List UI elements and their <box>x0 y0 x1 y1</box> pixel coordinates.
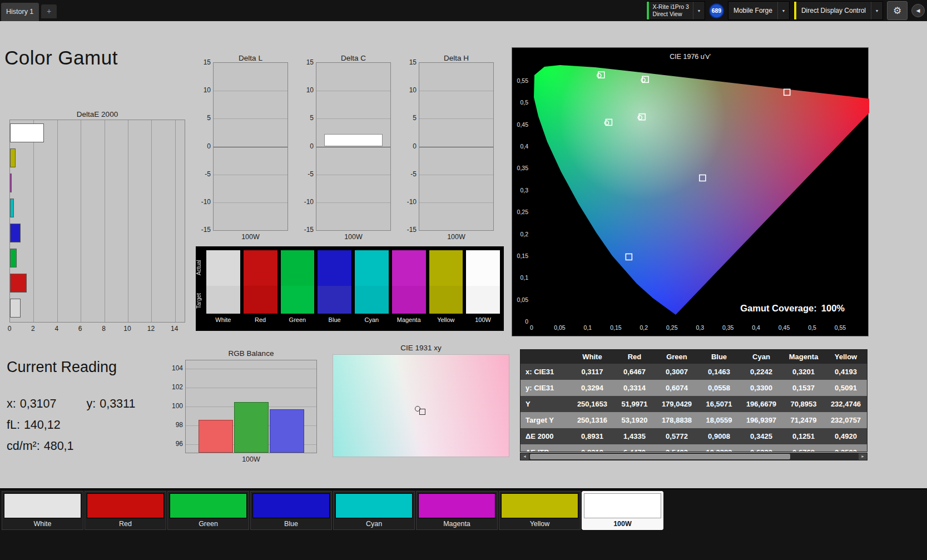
cell-value: 178,8838 <box>656 412 698 428</box>
pattern-source-label: Mobile Forge <box>728 2 777 19</box>
delta-h-chart-title: Delta H <box>419 54 494 62</box>
pattern-button-label: 100W <box>582 518 663 529</box>
pattern-button-label: White <box>2 518 83 529</box>
cell-value: 0,0558 <box>698 380 740 396</box>
pattern-button-green[interactable]: Green <box>167 491 249 530</box>
pattern-button-100w[interactable]: 100W <box>582 491 663 530</box>
actual-swatch <box>355 250 389 286</box>
axis-tick-label: 0,05 <box>513 296 528 303</box>
swatch-column-magenta: Magenta <box>392 250 426 331</box>
chevron-down-icon[interactable]: ▼ <box>871 2 883 19</box>
grid-line <box>57 120 58 322</box>
cell-value: 0,4193 <box>825 364 867 380</box>
row-label: ΔE 2000 <box>520 428 571 444</box>
target-swatch <box>429 286 463 314</box>
row-label: Y <box>520 396 571 412</box>
deltae-bar-magenta <box>10 174 12 192</box>
cell-value: 18,0559 <box>698 412 740 428</box>
gamut-coverage-value: 100% <box>821 303 845 313</box>
target-swatch <box>392 286 426 314</box>
column-header: Blue <box>698 350 740 364</box>
axis-tick-label: 0,35 <box>513 165 528 171</box>
table-header-row: WhiteRedGreenBlueCyanMagentaYellow <box>520 350 867 364</box>
grid-line <box>419 175 493 175</box>
collapse-panel-icon[interactable]: ◀ <box>911 4 925 17</box>
swatch-label: Red <box>244 314 277 325</box>
display-control-dropdown[interactable]: Direct Display Control ▼ <box>794 1 883 20</box>
delta-c-x-label: 100W <box>316 233 391 241</box>
rgb-balance-chart <box>185 360 317 453</box>
scroll-left-icon[interactable]: ◄ <box>520 453 529 460</box>
axis-tick-label: -5 <box>400 170 417 178</box>
rgb-balance-title: RGB Balance <box>185 349 317 358</box>
swatch-column-cyan: Cyan <box>355 250 389 331</box>
pattern-button-magenta[interactable]: Magenta <box>416 491 498 530</box>
axis-tick-label: 0,45 <box>775 324 794 331</box>
delta-l-chart-title: Delta L <box>213 54 288 62</box>
fl-label: fL: <box>7 418 20 432</box>
column-header: White <box>571 350 613 364</box>
pattern-button-label: Yellow <box>499 518 580 529</box>
cell-value: 250,1316 <box>571 412 613 428</box>
cell-value: 0,1463 <box>698 364 740 380</box>
cell-value: 0,3007 <box>656 364 698 380</box>
pattern-buttons: WhiteRedGreenBlueCyanMagentaYellow100W <box>2 491 663 530</box>
delta-c-y-axis: 151050-5-10-15 <box>297 62 314 231</box>
cie1976-diagram <box>512 48 869 337</box>
swatch-columns: WhiteRedGreenBlueCyanMagentaYellow100W <box>205 246 504 331</box>
gear-icon[interactable]: ⚙ <box>887 1 908 20</box>
delta-l-chart <box>213 62 288 231</box>
table-row: ΔE 20000,89311,43350,57720,90080,34250,1… <box>520 428 867 444</box>
meter-dropdown[interactable]: X-Rite i1Pro 3 Direct View ▼ <box>646 1 705 20</box>
pattern-button-yellow[interactable]: Yellow <box>499 491 581 530</box>
pattern-source-dropdown[interactable]: Mobile Forge ▼ <box>728 1 790 20</box>
grid-line <box>419 202 493 203</box>
grid-line <box>316 175 390 175</box>
axis-tick-label: 0,4 <box>747 324 766 331</box>
pattern-button-red[interactable]: Red <box>85 491 166 530</box>
color-patch <box>4 493 81 518</box>
cie1976-chart: CIE 1976 u'v' 0,550,50,450,40,350,30,250… <box>512 47 869 336</box>
scrollbar-track[interactable] <box>529 453 859 460</box>
column-header <box>520 350 571 364</box>
current-reading-fl: fL:140,12 <box>7 418 61 432</box>
chevron-down-icon[interactable]: ▼ <box>777 2 789 19</box>
scrollbar-thumb[interactable] <box>530 454 790 459</box>
row-label: y: CIE31 <box>520 380 571 396</box>
swatch-label: 100W <box>466 314 500 325</box>
pattern-button-white[interactable]: White <box>2 491 83 530</box>
reference-swatch-strip: Actual Target WhiteRedGreenBlueCyanMagen… <box>196 246 504 331</box>
cell-value: 16,5071 <box>698 396 740 412</box>
axis-tick-label: 0 <box>400 142 417 150</box>
axis-tick-label: 0,2 <box>634 324 653 331</box>
axis-tick-label: 0 <box>4 325 15 333</box>
target-swatch <box>281 286 315 314</box>
scroll-right-icon[interactable]: ► <box>859 453 867 460</box>
cell-value: 0,4920 <box>825 428 867 444</box>
delta-l-x-label: 100W <box>213 233 288 241</box>
axis-tick-label: 12 <box>145 325 156 333</box>
rgb-bar-blue <box>270 409 304 453</box>
cell-value: 0,6768 <box>782 444 825 452</box>
add-tab-button[interactable]: + <box>41 4 57 18</box>
swatch-column-green: Green <box>281 250 315 331</box>
x-value: 0,3107 <box>20 397 57 410</box>
axis-tick-label: 0,1 <box>513 274 528 281</box>
pattern-button-cyan[interactable]: Cyan <box>333 491 415 530</box>
chevron-down-icon[interactable]: ▼ <box>693 2 705 19</box>
rgb-balance-y-axis: 1041021009896 <box>166 360 183 453</box>
target-row-label: Target <box>196 284 205 318</box>
cell-value: 0,6074 <box>656 380 698 396</box>
axis-tick-label: 5 <box>400 114 417 122</box>
cie1931-title: CIE 1931 xy <box>333 344 509 352</box>
swatch-column-blue: Blue <box>318 250 351 331</box>
color-patch <box>335 493 413 518</box>
tab-history[interactable]: History 1 <box>1 3 39 21</box>
pattern-button-blue[interactable]: Blue <box>250 491 332 530</box>
cell-value: 0,5772 <box>656 428 698 444</box>
axis-tick-label: 6 <box>75 325 86 333</box>
cell-value: 2,5403 <box>656 444 698 452</box>
table-scrollbar[interactable]: ◄ ► <box>520 453 867 460</box>
cell-value: 250,1653 <box>571 396 613 412</box>
cell-value: 179,0429 <box>656 396 698 412</box>
